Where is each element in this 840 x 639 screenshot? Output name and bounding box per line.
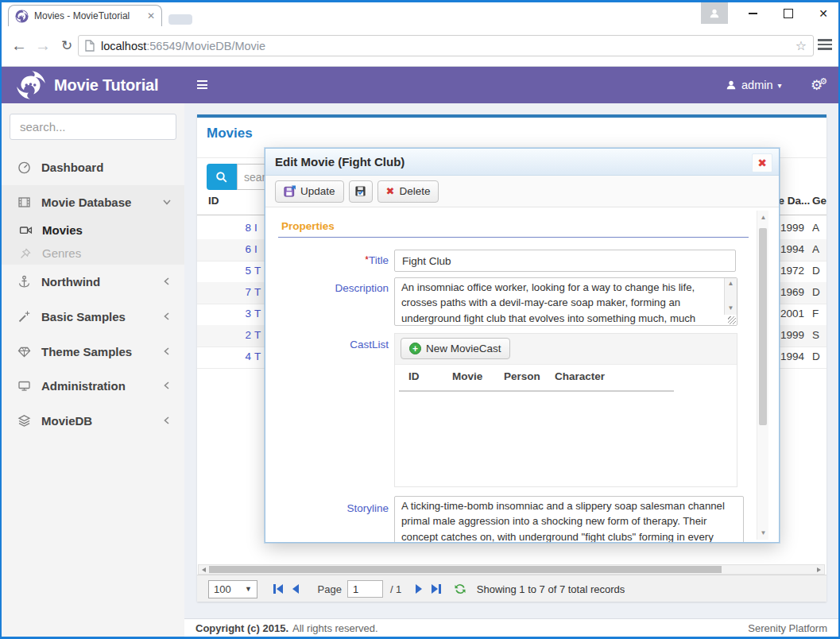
scroll-up-icon[interactable]: ▲ <box>725 280 737 287</box>
page-size-value: 100 <box>214 583 231 595</box>
gear-small-icon: ⚙ <box>819 76 827 87</box>
scrollbar-thumb[interactable] <box>759 228 767 425</box>
cast-column-id[interactable]: ID <box>408 370 420 382</box>
cell-genre: D <box>812 350 820 362</box>
window-close-button[interactable]: ✕ <box>805 2 840 25</box>
user-menu[interactable]: admin ▾ <box>726 67 782 103</box>
new-moviecast-button[interactable]: + New MovieCast <box>401 338 510 359</box>
column-header-id[interactable]: ID <box>208 195 219 214</box>
close-x-icon: ✖ <box>757 157 767 169</box>
sidebar-item-genres[interactable]: Genres <box>2 242 184 265</box>
storyline-textarea[interactable]: A ticking-time-bomb insomniac and a slip… <box>394 496 744 543</box>
plus-icon: + <box>409 343 421 354</box>
dialog-scrollbar[interactable]: ▲ ▼ <box>757 211 768 540</box>
sidebar-item-moviedb[interactable]: MovieDB <box>2 406 184 435</box>
settings-button[interactable]: ⚙ ⚙ <box>811 67 827 103</box>
apply-changes-button[interactable] <box>349 180 373 203</box>
cell-title: T <box>254 265 261 277</box>
sidebar: Dashboard Movie Database Movies <box>2 103 184 637</box>
app-logo-icon <box>14 68 48 102</box>
delete-label: Delete <box>399 185 430 197</box>
sidebar-item-movie-database[interactable]: Movie Database <box>2 188 184 216</box>
window-minimize-button[interactable] <box>734 2 771 25</box>
tab-close-icon[interactable]: ✕ <box>147 10 155 21</box>
next-page-button[interactable] <box>416 584 422 594</box>
cell-genre: D <box>812 265 820 277</box>
browser-menu-button[interactable] <box>818 39 832 52</box>
sidebar-item-northwind[interactable]: Northwind <box>2 267 184 296</box>
sidebar-item-label: Basic Samples <box>41 310 126 323</box>
sidebar-toggle-button[interactable] <box>197 80 207 91</box>
chevron-left-icon <box>162 347 172 356</box>
window-maximize-button[interactable] <box>770 2 807 25</box>
app-brand[interactable]: Movie Tutorial <box>54 67 158 103</box>
cell-id: 2 <box>215 329 251 341</box>
cast-column-movie[interactable]: Movie <box>452 370 482 382</box>
scroll-left-icon[interactable] <box>202 567 206 572</box>
sidebar-item-administration[interactable]: Administration <box>2 371 184 400</box>
dialog-close-button[interactable]: ✖ <box>752 153 772 172</box>
cast-column-person[interactable]: Person <box>504 370 540 382</box>
forward-button[interactable]: → <box>32 33 54 57</box>
address-bar[interactable]: localhost:56549/MovieDB/Movie ☆ <box>78 35 814 56</box>
grid-search-button[interactable] <box>207 164 237 190</box>
description-textarea[interactable]: An insomniac office worker, looking for … <box>394 277 737 326</box>
tab-title: Movies - MovieTutorial <box>34 10 147 21</box>
chevron-left-icon <box>162 277 172 286</box>
column-header-genre[interactable]: Genre <box>812 195 826 214</box>
browser-tab[interactable]: Movies - MovieTutorial ✕ <box>8 5 162 26</box>
sidebar-item-label: Movies <box>42 223 83 237</box>
sidebar-item-basic-samples[interactable]: Basic Samples <box>2 302 184 331</box>
sidebar-item-label: Movie Database <box>41 196 131 209</box>
cell-genre: A <box>812 222 819 234</box>
cell-title: T <box>254 308 261 320</box>
bookmark-star-icon[interactable]: ☆ <box>795 38 807 53</box>
sidebar-search[interactable] <box>10 114 176 140</box>
sidebar-item-theme-samples[interactable]: Theme Samples <box>2 337 184 366</box>
update-button[interactable]: Update <box>275 180 344 203</box>
new-tab-button[interactable] <box>168 14 192 25</box>
cell-title: T <box>254 350 261 362</box>
reload-button[interactable]: ↻ <box>56 33 78 57</box>
cell-id: 5 <box>215 265 251 277</box>
app-header: Movie Tutorial admin ▾ ⚙ ⚙ <box>2 67 838 103</box>
refresh-icon[interactable] <box>454 583 466 595</box>
chevron-left-icon <box>162 312 172 321</box>
castlist-grid: + New MovieCast ID Movie Person Characte… <box>394 333 737 487</box>
dialog-toolbar: Update ✖ Delete <box>265 176 779 207</box>
horizontal-scrollbar[interactable] <box>198 564 825 575</box>
sidebar-search-input[interactable] <box>18 119 180 134</box>
first-page-button[interactable] <box>273 584 283 594</box>
title-field-input[interactable] <box>394 250 736 272</box>
resize-grip[interactable] <box>728 316 736 324</box>
window-border <box>0 0 840 2</box>
sidebar-item-movies[interactable]: Movies <box>2 219 184 242</box>
browser-profile-button[interactable] <box>701 2 728 24</box>
description-scrollbar[interactable]: ▲ ▼ <box>724 278 737 315</box>
search-icon <box>215 171 228 184</box>
sidebar-item-label: Theme Samples <box>41 345 132 358</box>
back-button[interactable]: ← <box>8 33 30 57</box>
scroll-up-icon[interactable]: ▲ <box>757 214 769 221</box>
caret-down-icon: ▾ <box>778 81 782 90</box>
scrollbar-thumb[interactable] <box>209 566 722 573</box>
gem-icon <box>17 345 31 358</box>
scroll-right-icon[interactable] <box>817 567 821 572</box>
dialog-header[interactable]: Edit Movie (Fight Club) <box>265 149 779 176</box>
chevron-down-icon <box>162 197 172 207</box>
delete-button[interactable]: ✖ Delete <box>377 180 439 203</box>
cast-column-character[interactable]: Character <box>555 370 605 382</box>
sidebar-item-dashboard[interactable]: Dashboard <box>2 153 184 181</box>
cell-id: 8 <box>215 222 251 234</box>
chevron-left-icon <box>162 416 172 425</box>
tab-properties[interactable]: Properties <box>281 220 335 232</box>
last-page-button[interactable] <box>432 584 441 594</box>
page-size-select[interactable]: 100 ▼ <box>208 580 257 598</box>
select-caret-icon: ▼ <box>245 585 252 593</box>
cell-genre: S <box>812 329 819 341</box>
storyline-field-label: Storyline <box>265 502 389 514</box>
previous-page-button[interactable] <box>292 584 299 594</box>
scroll-down-icon[interactable]: ▼ <box>757 529 769 536</box>
page-number-input[interactable] <box>347 580 383 598</box>
scroll-down-icon[interactable]: ▼ <box>725 304 737 312</box>
